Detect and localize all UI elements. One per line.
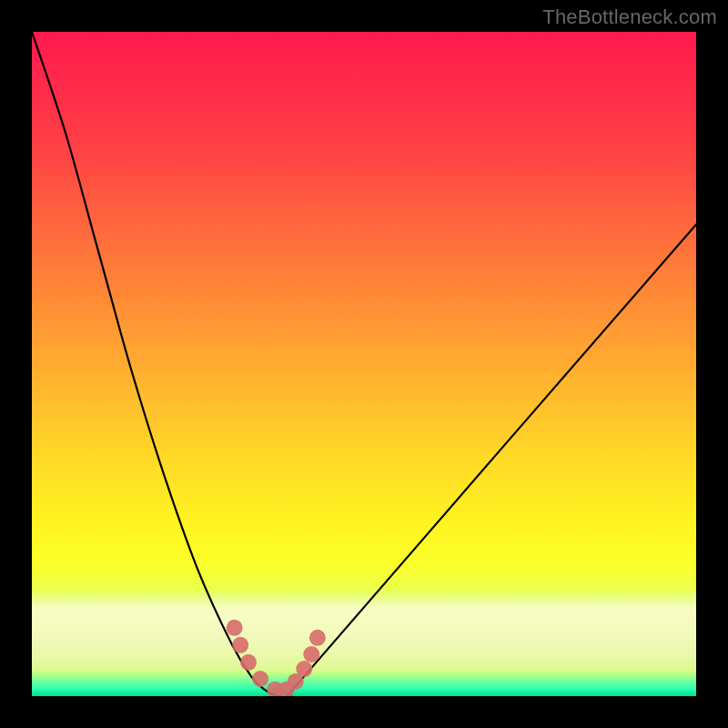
marker-dot	[252, 671, 268, 687]
watermark-text: TheBottleneck.com	[542, 5, 717, 29]
marker-dot	[309, 630, 326, 646]
marker-dot	[303, 646, 319, 662]
marker-dot	[232, 637, 248, 653]
marker-dot	[296, 661, 312, 677]
chart-svg	[32, 32, 696, 696]
marker-dot	[227, 620, 243, 636]
marker-dot	[240, 654, 257, 671]
plot-area	[32, 32, 696, 696]
chart-frame: TheBottleneck.com	[0, 0, 728, 728]
bottleneck-curve-path	[32, 32, 696, 696]
marker-group	[227, 620, 326, 696]
